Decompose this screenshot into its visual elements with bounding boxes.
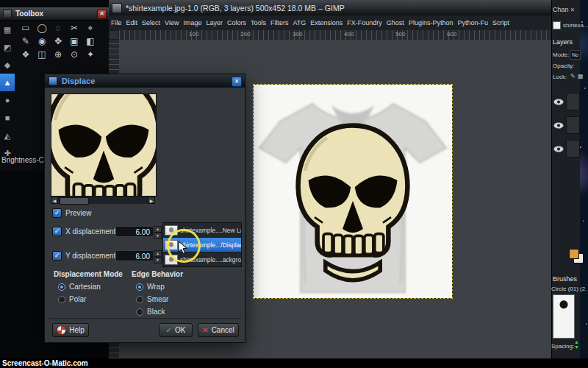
gimp-window-icon <box>112 3 122 13</box>
layer-thumbnail <box>566 116 580 134</box>
dock-tool-icon[interactable]: ◆ <box>0 56 15 74</box>
layer-row[interactable] <box>553 116 580 134</box>
mouse-cursor <box>178 241 188 255</box>
radio-icon[interactable] <box>58 296 65 303</box>
menu-script-fu[interactable]: Script <box>490 15 512 30</box>
radio-selected-icon[interactable] <box>58 283 65 291</box>
menu-python-fu[interactable]: Python-Fu <box>455 15 490 30</box>
menu-extensions[interactable]: Extensions <box>308 15 345 30</box>
menu-fx-foundry[interactable]: FX-Foundry <box>345 15 384 30</box>
tool-scissors-icon[interactable]: ✂ <box>66 21 82 35</box>
mode-polar-option[interactable]: Polar <box>58 295 86 303</box>
edge-wrap-option[interactable]: Wrap <box>136 283 165 291</box>
tool-dodge-icon[interactable]: ⊙ <box>66 48 82 61</box>
dock-tool-icon[interactable]: ✚ <box>0 144 15 162</box>
tool-fill-icon[interactable]: ▣ <box>66 35 82 48</box>
tool-color-picker-icon[interactable]: ◉ <box>34 35 50 48</box>
cancel-button[interactable]: ✕ Cancel <box>198 323 239 337</box>
mode-cartesian-option[interactable]: Cartesian <box>58 283 101 291</box>
y-displacement-row: ✓ Y displacement <box>52 251 115 261</box>
help-button[interactable]: Help <box>52 323 89 337</box>
step-down-icon[interactable]: ▼ <box>154 257 162 263</box>
tool-move-icon[interactable]: ✥ <box>50 35 66 48</box>
step-up-icon[interactable]: ▲ <box>154 226 162 233</box>
tool-smudge-icon[interactable]: ⊕ <box>50 48 66 61</box>
document-tab[interactable]: shirtexa... <box>553 21 588 29</box>
radio-icon[interactable] <box>136 308 143 316</box>
menu-filters[interactable]: Filters <box>268 15 291 30</box>
dock-tool-icon[interactable]: ■ <box>0 109 15 127</box>
layer-row[interactable] <box>553 93 580 110</box>
channels-tab[interactable]: Chan ✕ <box>553 6 575 13</box>
check-icon: ✓ <box>166 326 172 334</box>
spacing-up-icon[interactable]: ▲ <box>574 339 579 344</box>
menu-colors[interactable]: Colors <box>225 15 248 30</box>
lock-pixels-icon[interactable]: ✎ <box>570 73 576 79</box>
toolbox-close-icon[interactable]: ✕ <box>97 10 107 19</box>
dialog-close-icon[interactable]: ✕ <box>232 77 242 87</box>
spacing-stepper[interactable]: ▲▼ <box>574 339 579 350</box>
radio-selected-icon[interactable] <box>136 283 143 291</box>
eye-icon[interactable] <box>553 99 564 105</box>
scroll-left-icon[interactable]: ◀ <box>51 197 58 204</box>
step-up-icon[interactable]: ▲ <box>154 250 162 257</box>
tool-clone-icon[interactable]: ◫ <box>34 48 50 61</box>
toolbox-titlebar[interactable]: Toolbox ✕ <box>0 7 109 21</box>
spacing-down-icon[interactable]: ▼ <box>574 344 579 350</box>
menu-tools[interactable]: Tools <box>248 15 268 30</box>
step-down-icon[interactable]: ▼ <box>154 233 162 239</box>
y-displacement-input[interactable]: 6.00 <box>115 250 154 261</box>
dock-tool-icon[interactable]: ▦ <box>0 21 15 38</box>
dock-tool-icon[interactable]: ◩ <box>0 38 15 56</box>
y-displacement-stepper[interactable]: ▲▼ <box>154 250 162 261</box>
ok-button[interactable]: ✓ OK <box>159 323 193 337</box>
eye-icon[interactable] <box>553 122 564 129</box>
dock-tool-icon-selected[interactable]: ▲ <box>0 74 15 91</box>
tool-gradient-icon[interactable]: ◧ <box>82 35 98 48</box>
menu-plugins-python[interactable]: Plugins-Python <box>406 15 456 30</box>
dock-tool-icon[interactable]: ◭ <box>0 127 15 144</box>
main-titlebar[interactable]: *shirtexample.jpg-1.0 (RGB, 3 layers) 50… <box>109 0 553 16</box>
dock-tool-icon[interactable]: ● <box>0 91 15 109</box>
cancel-button-label: Cancel <box>212 326 234 334</box>
preview-scrollbar[interactable]: ◀ ▶ <box>51 197 155 204</box>
mode-polar-label: Polar <box>69 295 86 303</box>
menu-view[interactable]: View <box>162 15 181 30</box>
menu-file[interactable]: File <box>109 15 124 30</box>
menu-edit[interactable]: Edit <box>124 15 140 30</box>
scrollbar-thumb[interactable] <box>60 197 89 205</box>
y-displacement-checkbox[interactable]: ✓ <box>52 251 62 261</box>
tool-free-select-icon[interactable]: ◌ <box>50 21 66 35</box>
cancel-x-icon: ✕ <box>202 326 208 334</box>
menu-image[interactable]: Image <box>181 15 204 30</box>
scrollbar-track[interactable] <box>58 197 148 204</box>
scroll-right-icon[interactable]: ▶ <box>148 197 155 204</box>
menu-layer[interactable]: Layer <box>204 15 225 30</box>
x-displacement-checkbox[interactable]: ✓ <box>52 227 62 236</box>
tool-pencil-icon[interactable]: ✎ <box>18 35 34 48</box>
layer-row[interactable] <box>553 140 580 158</box>
tool-crop-icon[interactable]: ⌖ <box>82 21 98 35</box>
menu-atg[interactable]: ATG <box>290 15 308 30</box>
x-displacement-stepper[interactable]: ▲▼ <box>154 226 162 237</box>
tool-paths-icon[interactable]: ❖ <box>18 48 34 61</box>
menu-select[interactable]: Select <box>140 15 162 30</box>
edge-smear-option[interactable]: Smear <box>136 295 168 303</box>
lock-alpha-icon[interactable]: ▦ <box>578 73 584 79</box>
brush-preview[interactable] <box>553 294 575 339</box>
mode-dropdown[interactable]: No <box>570 50 581 60</box>
panel-close-icon[interactable]: ✕ <box>570 7 576 13</box>
x-displacement-input[interactable]: 6.00 <box>115 226 154 237</box>
radio-icon[interactable] <box>136 296 143 303</box>
dialog-separator <box>49 318 240 319</box>
tool-ellipse-select-icon[interactable]: ◯ <box>34 21 50 35</box>
tool-rect-select-icon[interactable]: ▭ <box>18 21 34 35</box>
preview-skull-image <box>51 94 156 196</box>
foreground-color-swatch[interactable] <box>569 249 579 259</box>
menu-ghost[interactable]: Ghost <box>384 15 406 30</box>
preview-checkbox[interactable]: ✓ <box>52 208 62 218</box>
edge-black-option[interactable]: Black <box>136 308 165 316</box>
tool-measure-icon[interactable]: ✦ <box>82 48 98 61</box>
eye-icon[interactable] <box>553 146 564 152</box>
displace-dialog-titlebar[interactable]: Displace ✕ <box>45 74 245 88</box>
